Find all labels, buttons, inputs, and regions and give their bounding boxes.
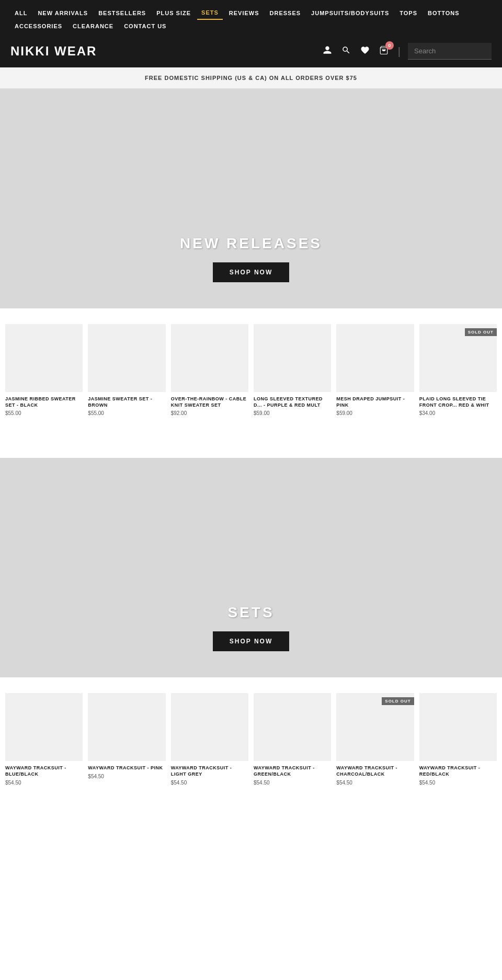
product-price: $55.00 [88,410,165,416]
product-image [5,693,83,761]
cart-count: 0 [385,41,394,50]
product-card[interactable]: MESH DRAPED JUMPSUIT - PINK$59.00 [336,324,414,416]
product-price: $92.00 [171,410,248,416]
nav-item-dresses[interactable]: DRESSES [266,7,305,19]
product-name: WAYWARD TRACKSUIT - LIGHT GREY [171,765,248,777]
product-card[interactable]: WAYWARD TRACKSUIT - BLUE/BLACK$54.50 [5,693,83,785]
product-card[interactable]: WAYWARD TRACKSUIT - PINK$54.50 [88,693,165,785]
hero1-shop-now-button[interactable]: SHOP NOW [213,262,289,282]
logo-bar: NIKKI WEAR 0 | [0,38,502,67]
product-name: OVER-THE-RAINBOW - CABLE KNIT SWEATER SE… [171,396,248,408]
product-image [336,324,414,392]
product-image [5,324,83,392]
nav-item-clearance[interactable]: CLEARANCE [69,20,118,32]
product-card[interactable]: WAYWARD TRACKSUIT - LIGHT GREY$54.50 [171,693,248,785]
nav-item-plus-size[interactable]: PLUS SIZE [152,7,195,19]
product-name: WAYWARD TRACKSUIT - CHARCOAL/BLACK [336,765,414,777]
nav-item-reviews[interactable]: REVIEWS [225,7,264,19]
sets-products: WAYWARD TRACKSUIT - BLUE/BLACK$54.50WAYW… [0,677,502,806]
product-card[interactable]: OVER-THE-RAINBOW - CABLE KNIT SWEATER SE… [171,324,248,416]
nav-row1: ALLNEW ARRIVALSBESTSELLERSPLUS SIZESETSR… [0,0,502,20]
nav-row2: ACCESSORIESCLEARANCECONTACT US [0,20,502,38]
product-card[interactable]: LONG SLEEVED TEXTURED D... - PURPLE & RE… [254,324,331,416]
hero1-title: NEW RELEASES [180,235,322,252]
hero2-shop-now-button[interactable]: SHOP NOW [213,631,289,651]
product-card[interactable]: WAYWARD TRACKSUIT - RED/BLACK$54.50 [419,693,497,785]
nav-item-sets[interactable]: SETS [197,6,223,20]
product-name: LONG SLEEVED TEXTURED D... - PURPLE & RE… [254,396,331,408]
product-price: $54.50 [254,780,331,786]
product-price: $59.00 [336,410,414,416]
new-releases-grid: JASMINE RIBBED SWEATER SET - BLACK$55.00… [5,324,497,416]
wishlist-button[interactable] [358,43,372,60]
product-price: $54.50 [88,774,165,779]
nav-item-new-arrivals[interactable]: NEW ARRIVALS [33,7,92,19]
product-name: WAYWARD TRACKSUIT - BLUE/BLACK [5,765,83,777]
header: ALLNEW ARRIVALSBESTSELLERSPLUS SIZESETSR… [0,0,502,67]
sold-out-badge: SOLD OUT [465,328,497,336]
hero-sets: SETS SHOP NOW [0,458,502,677]
header-icons: 0 | [321,43,492,60]
product-price: $54.50 [419,780,497,786]
product-price: $55.00 [5,410,83,416]
product-price: $54.50 [336,780,414,786]
product-card[interactable]: JASMINE SWEATER SET - BROWN$55.00 [88,324,165,416]
product-image [88,324,165,392]
product-card[interactable]: WAYWARD TRACKSUIT - GREEN/BLACK$54.50 [254,693,331,785]
site-logo[interactable]: NIKKI WEAR [10,44,97,59]
product-image: SOLD OUT [336,693,414,761]
product-name: JASMINE SWEATER SET - BROWN [88,396,165,408]
shipping-banner: FREE DOMESTIC SHIPPING (US & CA) ON ALL … [0,67,502,89]
nav-item-jumpsuits-bodysuits[interactable]: JUMPSUITS/BODYSUITS [307,7,393,19]
product-name: JASMINE RIBBED SWEATER SET - BLACK [5,396,83,408]
hero2-title: SETS [227,604,274,621]
product-price: $54.50 [171,780,248,786]
product-name: WAYWARD TRACKSUIT - RED/BLACK [419,765,497,777]
account-button[interactable] [321,43,334,60]
sold-out-badge: SOLD OUT [382,697,414,705]
search-input[interactable] [408,43,492,60]
product-image [254,324,331,392]
product-image [254,693,331,761]
search-button[interactable] [339,43,353,60]
nav-item-all[interactable]: ALL [10,7,31,19]
product-image [419,693,497,761]
product-name: MESH DRAPED JUMPSUIT - PINK [336,396,414,408]
product-image [171,693,248,761]
product-name: WAYWARD TRACKSUIT - GREEN/BLACK [254,765,331,777]
product-image [171,324,248,392]
nav-item-bestsellers[interactable]: BESTSELLERS [94,7,150,19]
nav-item-tops[interactable]: TOPS [395,7,421,19]
new-releases-products: JASMINE RIBBED SWEATER SET - BLACK$55.00… [0,308,502,437]
product-image: SOLD OUT [419,324,497,392]
product-card[interactable]: SOLD OUTPLAID LONG SLEEVED TIE FRONT CRO… [419,324,497,416]
product-name: PLAID LONG SLEEVED TIE FRONT CROP... RED… [419,396,497,408]
product-card[interactable]: SOLD OUTWAYWARD TRACKSUIT - CHARCOAL/BLA… [336,693,414,785]
nav-item-accessories[interactable]: ACCESSORIES [10,20,66,32]
nav-item-contact-us[interactable]: CONTACT US [120,20,170,32]
product-card[interactable]: JASMINE RIBBED SWEATER SET - BLACK$55.00 [5,324,83,416]
product-name: WAYWARD TRACKSUIT - PINK [88,765,165,771]
nav-item-bottons[interactable]: BOTTONS [424,7,464,19]
cart-button[interactable]: 0 [377,43,391,60]
product-price: $54.50 [5,780,83,786]
sets-grid: WAYWARD TRACKSUIT - BLUE/BLACK$54.50WAYW… [5,693,497,785]
product-price: $34.00 [419,410,497,416]
hero-new-releases: NEW RELEASES SHOP NOW [0,89,502,308]
product-image [88,693,165,761]
product-price: $59.00 [254,410,331,416]
